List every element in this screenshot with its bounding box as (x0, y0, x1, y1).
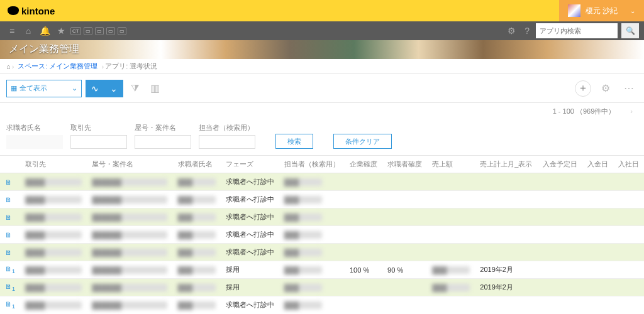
pager-next-icon[interactable]: › (630, 107, 633, 115)
logo-icon (8, 6, 19, 15)
nav-badge-2[interactable]: ▭ (84, 27, 92, 35)
col-header[interactable]: 売上額 (427, 156, 475, 173)
nav-badge-3[interactable]: ▭ (95, 27, 104, 35)
menu-icon[interactable]: ≡ (5, 24, 19, 38)
gear-icon[interactable]: ⚙ (597, 82, 614, 94)
col-header[interactable]: 取引先 (20, 156, 87, 173)
cell-project: ██████ (92, 249, 167, 256)
cell-owner: ███ (284, 249, 322, 256)
cell-owner: ███ (284, 214, 322, 221)
logo-text: kintone (21, 6, 55, 16)
nav-badge-5[interactable]: ▭ (118, 27, 126, 35)
gear-icon[interactable]: ⚙ (505, 26, 518, 36)
chevron-down-icon: ⌄ (72, 84, 77, 92)
breadcrumb-space[interactable]: スペース: メイン業務管理 (18, 62, 97, 71)
user-name: 榎元 沙紀 (586, 6, 618, 16)
cell-owner: ███ (284, 301, 322, 309)
chevron-down-icon: ⌄ (630, 8, 635, 14)
col-header[interactable]: 担当者（検索用） (279, 156, 345, 173)
cell-client: ████ (25, 284, 82, 291)
cell-name: ███ (178, 178, 216, 186)
more-icon[interactable]: ⋯ (620, 82, 638, 94)
col-header[interactable]: 企業確度 (345, 156, 382, 173)
cell-client: ████ (25, 178, 82, 186)
pager: 1 - 100 （969件中） › (0, 103, 644, 119)
add-record-button[interactable]: ＋ (575, 80, 591, 97)
search-input[interactable] (540, 27, 614, 35)
col-header[interactable]: 売上計上月_表示 (475, 156, 537, 173)
cell-amount: ███ (432, 284, 470, 291)
bell-icon[interactable]: 🔔 (38, 24, 52, 38)
cell-client: ████ (25, 196, 82, 203)
col-header[interactable]: 入金予定日 (538, 156, 582, 173)
filter-input-name[interactable] (6, 135, 63, 149)
view-selector[interactable]: ▦全て表示 ⌄ (6, 80, 82, 97)
table-row[interactable]: 🗎█████████████求職者へ打診中███ (0, 191, 644, 208)
record-icon[interactable]: 🗎 (5, 214, 12, 221)
chart-bar-icon[interactable]: ▥ (147, 82, 164, 94)
cell-project: ██████ (92, 284, 167, 291)
table-row[interactable]: 🗎1█████████████採用██████2019年2月 (0, 279, 644, 296)
breadcrumb-app: アプリ: 選考状況 (105, 62, 157, 71)
app-search[interactable] (536, 23, 618, 38)
home-icon[interactable]: ⌂ (21, 24, 35, 38)
nav-badge-4[interactable]: ▭ (106, 27, 115, 35)
record-icon[interactable]: 🗎 (5, 196, 12, 203)
record-icon[interactable]: 🗎1 (5, 300, 15, 308)
record-icon[interactable]: 🗎 (5, 178, 12, 186)
cell-phase: 求職者へ打診中 (226, 178, 274, 185)
cell-owner: ███ (284, 196, 322, 203)
table-row[interactable]: 🗎1█████████████採用███100 %90 %███2019年2月 (0, 261, 644, 279)
cell-name: ███ (178, 214, 216, 221)
col-header[interactable]: 屋号・案件名 (87, 156, 172, 173)
filter-icon[interactable]: ⧩ (127, 83, 143, 94)
col-header[interactable]: 入金日 (582, 156, 613, 173)
filter-input-owner[interactable] (199, 135, 255, 149)
table-row[interactable]: 🗎1█████████████求職者へ打診中███ (0, 296, 644, 314)
filter-label-project: 屋号・案件名 (135, 123, 191, 133)
table-row[interactable]: 🗎█████████████求職者へ打診中███ (0, 208, 644, 226)
col-header[interactable]: 求職者氏名 (173, 156, 221, 173)
record-icon[interactable]: 🗎 (5, 249, 12, 256)
cell-client: ████ (25, 231, 82, 239)
cell-owner: ███ (284, 178, 322, 186)
filter-input-client[interactable] (70, 135, 127, 149)
record-icon[interactable]: 🗎1 (5, 283, 15, 290)
cell-owner: ███ (284, 231, 322, 239)
user-menu[interactable]: 榎元 沙紀 ⌄ (559, 0, 644, 21)
search-button[interactable]: 🔍 (621, 23, 639, 38)
cell-project: ██████ (92, 196, 167, 203)
cell-name: ███ (178, 196, 216, 203)
graph-line-icon[interactable]: ∿ (86, 80, 104, 97)
filter-clear-button[interactable]: 条件クリア (333, 134, 392, 149)
record-table: 取引先屋号・案件名求職者氏名フェーズ担当者（検索用）企業確度求職者確度売上額売上… (0, 156, 644, 314)
cell-amount: ███ (432, 266, 470, 274)
chevron-down-icon[interactable]: ⌄ (104, 80, 123, 97)
nav-badge-ct[interactable]: CT (70, 27, 81, 35)
col-header[interactable] (0, 156, 20, 173)
filter-search-button[interactable]: 検索 (275, 134, 313, 149)
cell-project: ██████ (92, 301, 167, 309)
record-icon[interactable]: 🗎1 (5, 265, 15, 273)
cell-phase: 採用 (226, 266, 240, 273)
star-icon[interactable]: ★ (54, 24, 68, 38)
record-icon[interactable]: 🗎 (5, 231, 12, 239)
filter-label-name: 求職者氏名 (6, 123, 63, 133)
filter-label-client: 取引先 (70, 123, 127, 133)
pager-text: 1 - 100 （969件中） (553, 107, 616, 116)
table-row[interactable]: 🗎█████████████求職者へ打診中███ (0, 226, 644, 244)
cell-phase: 求職者へ打診中 (226, 248, 274, 256)
table-row[interactable]: 🗎█████████████求職者へ打診中███ (0, 244, 644, 261)
col-header[interactable]: 求職者確度 (382, 156, 427, 173)
banner: メイン業務管理 (0, 40, 644, 59)
cell-name: ███ (178, 231, 216, 239)
filter-label-owner: 担当者（検索用） (199, 123, 255, 133)
filter-input-project[interactable] (135, 135, 191, 149)
home-crumb-icon[interactable]: ⌂ (6, 63, 11, 70)
help-icon[interactable]: ? (522, 26, 532, 36)
cell-owner: ███ (284, 284, 322, 291)
cell-name: ███ (178, 249, 216, 256)
table-row[interactable]: 🗎█████████████求職者へ打診中███ (0, 173, 644, 191)
col-header[interactable]: フェーズ (221, 156, 279, 173)
col-header[interactable]: 入社日 (613, 156, 644, 173)
